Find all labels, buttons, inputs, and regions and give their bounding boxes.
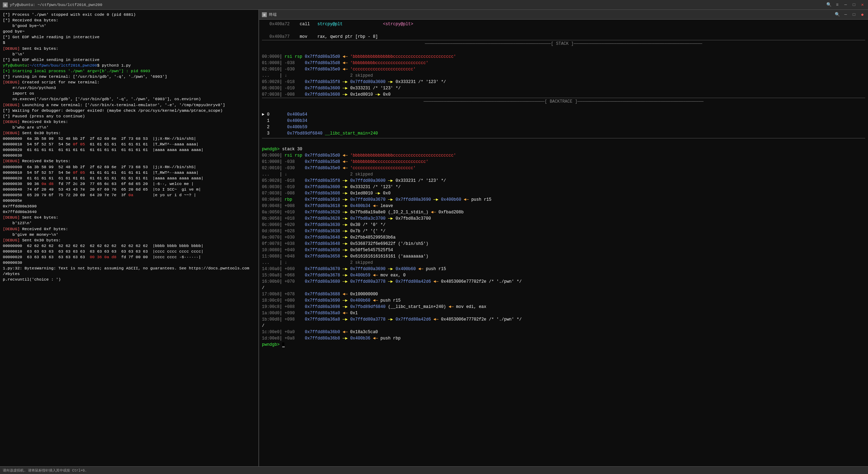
right-close-btn[interactable]: ● (860, 12, 865, 18)
right-search-btn[interactable]: 🔍 (834, 12, 840, 17)
right-titlebar-title: 终端 (269, 12, 277, 17)
left-close-btn[interactable]: ✕ (860, 2, 865, 7)
statusbar: 请向该虚拟机. 请将鼠标指针插入其中或按 Ctrl+G. (0, 466, 868, 474)
left-titlebar-controls: 🔍 ≡ — □ ✕ (826, 2, 865, 7)
statusbar-text: 请向该虚拟机. 请将鼠标指针插入其中或按 Ctrl+G. (3, 468, 87, 473)
left-terminal-icon: ▣ (3, 2, 8, 7)
left-titlebar-title: yfy@ubuntu: ~/ctfpwn/buu/lctf2016_pwn200 (10, 3, 102, 7)
terminal-content[interactable]: [*] Process './pwn' stopped with exit co… (0, 10, 258, 466)
terminal-output: [*] Process './pwn' stopped with exit co… (3, 12, 256, 283)
debugger-content[interactable]: 0x400a72 call strcpy@plt <strcpy@plt> 0x… (259, 20, 868, 466)
right-titlebar-left: ▣ 终端 (262, 12, 277, 17)
right-minimize-btn[interactable]: — (843, 12, 848, 17)
right-maximize-btn[interactable]: □ (851, 12, 857, 17)
right-terminal-icon: ▣ (262, 12, 267, 17)
right-panel: ▣ 终端 🔍 — □ ● 0x400a72 call strcpy@plt <s… (259, 10, 868, 466)
debugger-upper-output: 0x400a72 call strcpy@plt <strcpy@plt> 0x… (262, 21, 865, 348)
left-titlebar-left: ▣ yfy@ubuntu: ~/ctfpwn/buu/lctf2016_pwn2… (3, 2, 102, 7)
right-titlebar-controls: 🔍 — □ ● (834, 12, 865, 18)
right-titlebar: ▣ 终端 🔍 — □ ● (259, 10, 868, 20)
left-menu-btn[interactable]: ≡ (834, 2, 840, 7)
left-minimize-btn[interactable]: — (843, 2, 848, 7)
left-maximize-btn[interactable]: □ (851, 2, 857, 7)
main-container: [*] Process './pwn' stopped with exit co… (0, 10, 868, 466)
left-search-btn[interactable]: 🔍 (826, 2, 832, 7)
left-titlebar: ▣ yfy@ubuntu: ~/ctfpwn/buu/lctf2016_pwn2… (0, 0, 868, 10)
left-panel: [*] Process './pwn' stopped with exit co… (0, 10, 259, 466)
